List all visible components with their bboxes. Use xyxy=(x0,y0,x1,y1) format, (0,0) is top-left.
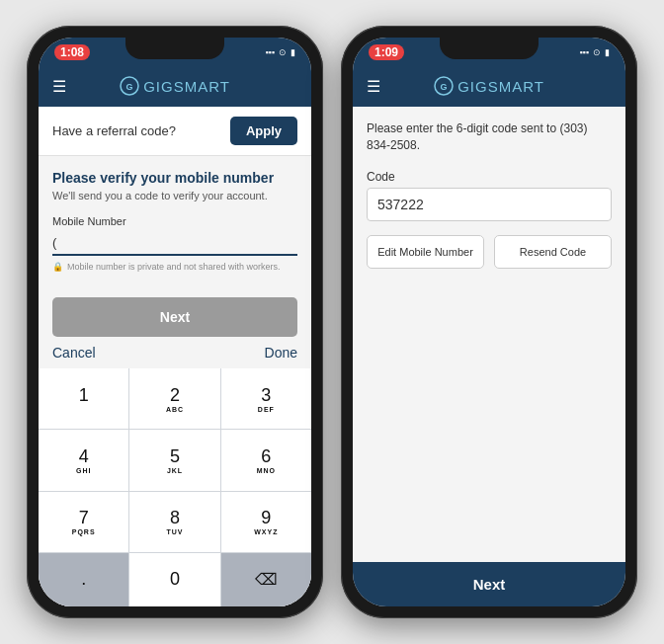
nav-logo-2: G GIGSMART xyxy=(434,76,544,96)
nav-bar-1: ☰ G GIGSMART xyxy=(39,65,311,107)
code-input[interactable]: 537222 xyxy=(367,188,612,221)
verify-section: Please verify your mobile number We'll s… xyxy=(39,156,311,285)
lock-icon: 🔒 xyxy=(52,262,63,272)
key-7[interactable]: 7PQRS xyxy=(39,492,128,552)
next-button-1[interactable]: Next xyxy=(52,297,297,337)
referral-bar: Have a referral code? Apply xyxy=(39,107,311,156)
privacy-note: 🔒 Mobile number is private and not share… xyxy=(52,262,297,272)
signal-icon-2: ▪▪▪ xyxy=(579,47,589,57)
gigsmart-logo-icon-2: G xyxy=(434,76,454,96)
verify-subtitle: We'll send you a code to verify your acc… xyxy=(52,190,297,201)
screen-content-1: Have a referral code? Apply Please verif… xyxy=(39,107,311,606)
referral-placeholder-text: Have a referral code? xyxy=(52,123,176,138)
cancel-done-bar: Cancel Done xyxy=(39,337,311,368)
hamburger-icon-2[interactable]: ☰ xyxy=(367,77,380,96)
battery-icon: ▮ xyxy=(290,47,295,57)
key-0[interactable]: 0 xyxy=(129,553,219,606)
phone-notch xyxy=(125,38,224,59)
status-time-1: 1:08 xyxy=(54,44,90,60)
delete-icon: ⌫ xyxy=(255,570,278,589)
next-button-2[interactable]: Next xyxy=(353,562,625,606)
gigsmart-logo-icon: G xyxy=(120,76,139,96)
apply-button[interactable]: Apply xyxy=(230,117,297,145)
nav-bar-2: ☰ G GIGSMART xyxy=(353,65,625,107)
phone-1: 1:08 ▪▪▪ ⊙ ▮ ☰ G GIGSMART xyxy=(27,26,323,618)
cancel-link[interactable]: Cancel xyxy=(52,345,96,361)
status-icons-1: ▪▪▪ ⊙ ▮ xyxy=(265,47,295,57)
key-3[interactable]: 3DEF xyxy=(221,368,311,429)
edit-mobile-button[interactable]: Edit Mobile Number xyxy=(367,235,484,269)
nav-logo-text-2: GIGSMART xyxy=(457,78,544,95)
wifi-icon: ⊙ xyxy=(279,47,287,57)
verify-code-section: Please enter the 6-digit code sent to (3… xyxy=(353,107,625,562)
code-label: Code xyxy=(367,170,612,184)
key-6[interactable]: 6MNO xyxy=(221,430,311,490)
key-5[interactable]: 5JKL xyxy=(129,430,219,490)
key-delete[interactable]: ⌫ xyxy=(221,553,311,606)
hamburger-icon[interactable]: ☰ xyxy=(52,77,66,96)
mobile-input[interactable] xyxy=(52,231,297,256)
key-2[interactable]: 2ABC xyxy=(129,368,219,429)
status-time-2: 1:09 xyxy=(369,44,404,60)
key-1[interactable]: 1 xyxy=(39,368,128,429)
key-dot[interactable]: . xyxy=(39,553,128,606)
key-8[interactable]: 8TUV xyxy=(129,492,219,552)
phone2-content: Please enter the 6-digit code sent to (3… xyxy=(353,107,625,606)
svg-text:G: G xyxy=(126,82,133,92)
nav-logo-text-1: GIGSMART xyxy=(143,78,230,95)
battery-icon-2: ▮ xyxy=(605,47,610,57)
verify-title: Please verify your mobile number xyxy=(52,170,297,186)
nav-logo-1: G GIGSMART xyxy=(120,76,230,96)
phone-2: 1:09 ▪▪▪ ⊙ ▮ ☰ G GIGSMART xyxy=(341,26,637,618)
mobile-label: Mobile Number xyxy=(52,215,297,227)
numeric-keypad: 1 2ABC 3DEF 4GHI 5JKL 6MNO 7PQRS 8TUV 9W… xyxy=(39,368,311,606)
signal-icon: ▪▪▪ xyxy=(265,47,275,57)
key-4[interactable]: 4GHI xyxy=(39,430,128,490)
phone-notch-2 xyxy=(440,38,539,59)
resend-code-button[interactable]: Resend Code xyxy=(494,235,612,269)
verify-desc: Please enter the 6-digit code sent to (3… xyxy=(367,121,612,154)
svg-text:G: G xyxy=(441,82,448,92)
key-9[interactable]: 9WXYZ xyxy=(221,492,311,552)
done-link[interactable]: Done xyxy=(265,345,297,361)
wifi-icon-2: ⊙ xyxy=(593,47,601,57)
status-icons-2: ▪▪▪ ⊙ ▮ xyxy=(579,47,610,57)
code-action-buttons: Edit Mobile Number Resend Code xyxy=(367,235,612,269)
